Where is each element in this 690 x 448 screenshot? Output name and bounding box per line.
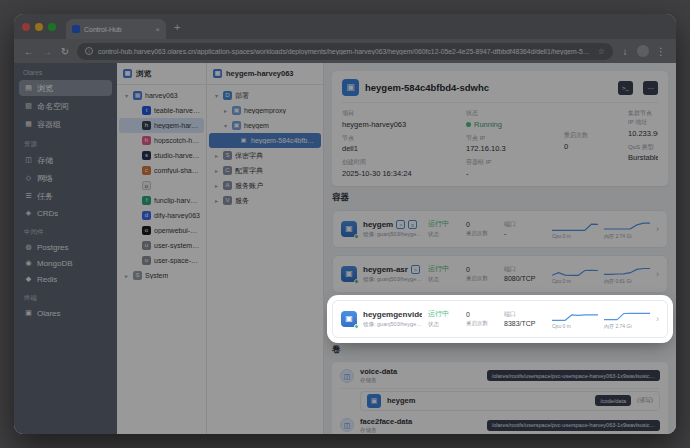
sidebar-item[interactable]: 资源 — [19, 139, 112, 150]
tree-item[interactable]: s studio-harvey063 — [119, 148, 204, 163]
sidebar-item-icon: ◈ — [24, 209, 33, 217]
address-bar[interactable]: i control-hub.harvey063.olares.cn/applic… — [77, 43, 613, 60]
detail-field: 状态 Running — [466, 109, 552, 129]
container-card[interactable]: ▣ heygem > ≡ 镜像: guanj503/heygem-w-studi… — [332, 210, 668, 248]
sidebar-item[interactable]: ◫ 存储 — [19, 152, 112, 168]
field-value: 172.16.10.3 — [466, 144, 552, 153]
caret-icon: ▸ — [213, 152, 220, 159]
profile-avatar[interactable] — [637, 45, 649, 57]
chevron-right-icon[interactable]: › — [656, 269, 659, 279]
sidebar-item[interactable]: 中间件 — [19, 227, 112, 238]
container-port: 端口 8080/TCP — [504, 265, 546, 283]
volume-info: heygem — [387, 396, 415, 405]
reload-icon[interactable]: ↻ — [59, 46, 71, 57]
volume-type: 存储卷 — [360, 427, 412, 434]
sidebar-item[interactable]: ▦ 容器组 — [19, 116, 112, 132]
tree-item[interactable]: f funclip-harvey063 — [119, 193, 204, 208]
tree-item[interactable]: ▸ S 保密字典 — [209, 148, 321, 163]
volume-row[interactable]: ▣ heygem /code/data (读写) — [360, 391, 660, 411]
tree-item[interactable]: u user-system-harvey… — [119, 238, 204, 253]
caret-icon: ▸ — [213, 182, 220, 189]
tree-item-label: heygem-584c4bfb… — [251, 137, 314, 144]
tree-item-label: funclip-harvey063 — [154, 197, 201, 204]
tree-item[interactable]: ▸ ▣ heygemproxy — [209, 103, 321, 118]
restarts-value: 0 — [466, 311, 498, 318]
field-label: 节点 — [342, 134, 454, 143]
volume-type: 存储卷 — [360, 377, 397, 384]
chevron-right-icon[interactable]: › — [656, 224, 659, 234]
terminal-button[interactable]: >_ — [618, 81, 633, 95]
tree-item-label: studio-harvey063 — [154, 152, 201, 159]
sidebar-item[interactable]: ▣ Olares — [19, 306, 112, 320]
field-value: dell1 — [342, 144, 454, 153]
container-image: 镜像: guanj503/heygem-asr-server… — [363, 276, 422, 283]
terminal-icon[interactable]: > — [411, 265, 420, 274]
tab-close-icon[interactable]: × — [155, 25, 160, 34]
tree-item[interactable]: ▸ S System — [119, 268, 204, 283]
container-card[interactable]: ▣ heygem-asr > ≡ 镜像: guanj503/heygem-asr… — [332, 255, 668, 293]
tree-item[interactable]: h heygem-harvey063 — [119, 118, 204, 133]
sidebar-menu: ▤ 浏览 ▧ 命名空间 ▦ 容器组 — [19, 80, 112, 320]
chevron-right-icon[interactable]: › — [656, 314, 659, 324]
sidebar-item-label: Olares — [37, 309, 61, 318]
tree-item[interactable]: h hopscotch-harvey063 — [119, 133, 204, 148]
field-value: 0 — [564, 142, 616, 151]
sidebar-item[interactable]: 终端 — [19, 293, 112, 304]
logs-icon[interactable]: ≡ — [408, 220, 417, 229]
container-name: heygemgenvideo — [363, 310, 422, 319]
detail-column: 状态 Running 节点 IP 172.16.10.3 容 — [466, 109, 552, 178]
sidebar-item[interactable]: ◉ MongoDB — [19, 256, 112, 270]
caret-icon: ▾ — [213, 92, 220, 99]
tree-item[interactable]: o ollama-harvey063 — [119, 178, 135, 193]
running-status-dot — [354, 279, 359, 284]
field-label: 项目 — [342, 109, 454, 118]
browser-tab[interactable]: Control-Hub × — [66, 19, 166, 39]
browser-toolbar: ← → ↻ i control-hub.harvey063.olares.cn/… — [14, 39, 676, 63]
tree-item[interactable]: ▣ heygem-584c4bfb… — [209, 133, 321, 148]
tree-item[interactable]: ▸ A 服务账户 — [209, 178, 321, 193]
caret-icon: ▸ — [213, 197, 220, 204]
sidebar-item[interactable]: ◈ CRDs — [19, 206, 112, 220]
sidebar-item[interactable]: ◍ Postgres — [19, 240, 112, 254]
close-window-button[interactable] — [22, 23, 30, 31]
more-actions-button[interactable]: ⋯ — [643, 81, 658, 95]
container-restarts: 0 重启次数 — [466, 311, 498, 327]
new-tab-button[interactable]: + — [174, 21, 180, 33]
tree-item[interactable]: u user-space-harvey063 — [119, 253, 204, 268]
sidebar-item[interactable]: ▧ 命名空间 — [19, 98, 112, 114]
field-label: QoS 类型 — [628, 143, 658, 152]
window-controls — [22, 23, 56, 31]
tree-item[interactable]: d dify-harvey063 — [119, 208, 204, 223]
site-info-icon[interactable]: i — [85, 47, 93, 55]
back-icon[interactable]: ← — [23, 46, 35, 57]
tree-item[interactable]: o openwebui-harvey063 — [119, 223, 204, 238]
zoom-window-button[interactable] — [48, 23, 56, 31]
volume-row[interactable]: ◫ face2face-data 存储卷 /olares/rootfs/user… — [340, 413, 660, 435]
sidebar-item[interactable]: ☰ 任务 — [19, 188, 112, 204]
tree-item[interactable]: ▾ ▣ heygem — [209, 118, 321, 133]
bookmark-icon[interactable]: ☆ — [598, 47, 605, 56]
tree-item[interactable]: ▸ C 配置字典 — [209, 163, 321, 178]
tree-item[interactable]: ▾ ▦ harvey063 — [119, 88, 204, 103]
terminal-icon[interactable]: > — [396, 220, 405, 229]
tree-item[interactable]: ▾ D 部署 — [209, 88, 321, 103]
tree-item[interactable]: t teable-harvey063 — [119, 103, 204, 118]
kebab-menu-icon[interactable]: ⋮ — [655, 46, 667, 57]
download-icon[interactable]: ↓ — [619, 46, 631, 57]
detail-column: 集群节点 IP 地址 10.233.96.114 QoS 类型 Burstabl… — [628, 109, 658, 178]
sidebar-item[interactable]: ▤ 浏览 — [19, 80, 112, 96]
minimize-window-button[interactable] — [35, 23, 43, 31]
tree-item[interactable]: ▸ V 服务 — [209, 193, 321, 208]
port-label: 端口 — [504, 265, 546, 274]
sidebar-item[interactable]: ◆ Redis — [19, 272, 112, 286]
detail-field: 项目 heygem-harvey063 — [342, 109, 454, 129]
volume-row[interactable]: ◫ voice-data 存储卷 /olares/rootfs/userspac… — [340, 364, 660, 389]
namespace-tree: ▾ ▦ harvey063 t teable-harvey063 — [117, 85, 206, 286]
grid-icon: ▦ — [213, 69, 222, 78]
container-card[interactable]: ▣ heygemgenvideo > ≡ 镜像: guanj503/heygem… — [332, 300, 668, 338]
sidebar-item[interactable]: ◇ 网络 — [19, 170, 112, 186]
tree-item[interactable]: c comfyui-share-harve… — [119, 163, 204, 178]
container-list: ▣ heygem > ≡ 镜像: guanj503/heygem-w-studi… — [332, 210, 668, 338]
forward-icon[interactable]: → — [41, 46, 53, 57]
pod-summary-card: ▣ heygem-584c4bfbd4-sdwhc >_ ⋯ 项目 heygem… — [332, 71, 668, 186]
